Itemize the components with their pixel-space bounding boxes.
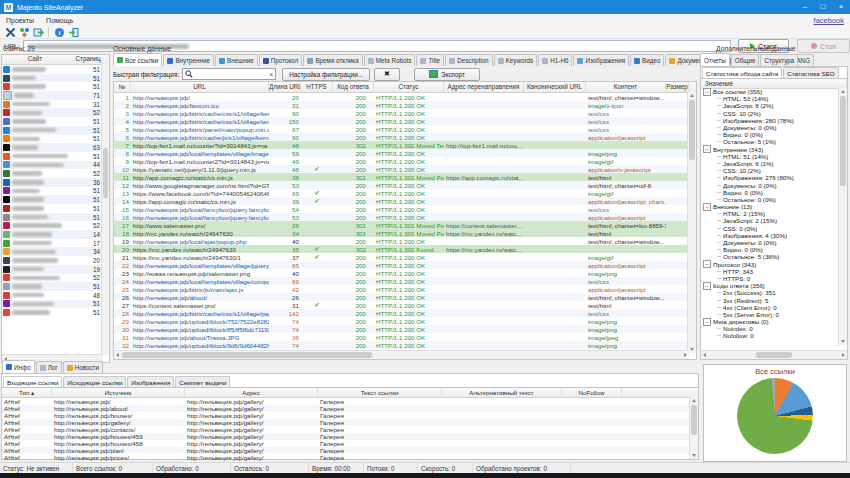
export-icon[interactable] bbox=[31, 26, 45, 38]
tab--[interactable]: Внешние bbox=[215, 54, 258, 66]
expand-collapse-icon[interactable]: – bbox=[703, 203, 711, 211]
right-tab-общие[interactable]: Общие bbox=[731, 54, 760, 66]
col-pages[interactable]: Страниц bbox=[68, 55, 108, 64]
tree-node[interactable]: Видео: 0 (0%) bbox=[701, 246, 839, 253]
tree-node[interactable]: 5xx (Server Error): 0 bbox=[701, 311, 839, 318]
tree-node[interactable]: Nofollow: 0 bbox=[701, 332, 839, 339]
tree-node[interactable]: Изображения: 280 (78%) bbox=[701, 117, 839, 124]
bottom-tab-новости[interactable]: Новости bbox=[63, 361, 103, 373]
links-horizontal-scrollbar[interactable] bbox=[114, 350, 689, 359]
site-row[interactable]: 51 bbox=[2, 82, 109, 91]
tree-node[interactable]: –Meta директивы (0) bbox=[701, 318, 839, 325]
filter-reset-button[interactable]: ✖ bbox=[374, 68, 400, 81]
tree-node[interactable]: CSS: 10 (2%) bbox=[701, 167, 839, 174]
expand-collapse-icon[interactable]: – bbox=[703, 318, 711, 326]
expand-collapse-icon[interactable]: – bbox=[703, 282, 711, 290]
bottom-tab-лог[interactable]: Лог bbox=[36, 361, 62, 373]
tree-node[interactable]: –Коды ответа (356) bbox=[701, 282, 839, 289]
tree-node[interactable]: Видео: 0 (0%) bbox=[701, 189, 839, 196]
tab--[interactable]: Видео bbox=[630, 54, 664, 66]
sites-vertical-scrollbar[interactable] bbox=[101, 64, 109, 355]
stats-subtab[interactable]: Статистика обхода сайта bbox=[702, 67, 782, 78]
table-row[interactable]: 9http://top-fwz1.mail.ru/counter2?id=301… bbox=[114, 157, 696, 165]
links-subtab[interactable]: Сниппет выдачи bbox=[175, 376, 230, 387]
table-row[interactable]: 22http://гельвеция.рф/local/templates/vi… bbox=[114, 261, 696, 269]
tab-keywords[interactable]: Keywords bbox=[494, 54, 538, 66]
incoming-link-row[interactable]: AHrefhttp://гельвеция.рф/http://гельвеци… bbox=[2, 398, 698, 405]
tab--[interactable]: Внутренние bbox=[163, 54, 214, 66]
links-subtab[interactable]: Исходящие ссылки bbox=[63, 376, 126, 387]
table-row[interactable]: 11http://app.comagic.ru/static/cs.min.js… bbox=[114, 173, 696, 181]
table-row[interactable]: 17http://www.salemaster.pro/26301HTTP/1.… bbox=[114, 221, 696, 229]
tree-node[interactable]: Изображения: 4 (30%) bbox=[701, 232, 839, 239]
tree-node[interactable]: HTML: 53 (14%) bbox=[701, 95, 839, 102]
right-tab-отчеты[interactable]: Отчеты bbox=[700, 53, 730, 66]
incoming-link-row[interactable]: AHrefhttp://гельвеция.рф/houses/http://г… bbox=[2, 412, 698, 419]
column-header[interactable]: Адрес bbox=[185, 388, 318, 397]
tree-node[interactable]: JavaScript: 8 (2%) bbox=[701, 102, 839, 109]
table-row[interactable]: 23http://новая.гельвеция.рф/salemaster.p… bbox=[114, 269, 696, 277]
site-row[interactable]: 52 bbox=[2, 274, 109, 283]
site-row[interactable]: 52 bbox=[2, 108, 109, 117]
tree-node[interactable]: Документы: 0 (0%) bbox=[701, 124, 839, 131]
incoming-vertical-scrollbar[interactable] bbox=[689, 397, 698, 459]
table-row[interactable]: 24http://гельвеция.рф/local/templates/vi… bbox=[114, 277, 696, 285]
column-header[interactable]: № bbox=[114, 82, 131, 92]
column-header[interactable]: URL bbox=[131, 82, 269, 92]
site-row[interactable]: 51 bbox=[2, 213, 109, 222]
site-row[interactable]: 51 bbox=[2, 308, 109, 317]
stats-vertical-scrollbar[interactable] bbox=[838, 88, 847, 345]
projects-icon[interactable] bbox=[17, 26, 31, 38]
table-row[interactable]: 6http://гельвеция.рф/bitrix/cache/js/s1/… bbox=[114, 133, 696, 141]
site-row[interactable]: 14 bbox=[2, 230, 109, 239]
tree-node[interactable]: HTML: 51 (14%) bbox=[701, 153, 839, 160]
stop-button[interactable]: Стоп bbox=[797, 39, 850, 53]
tree-node[interactable]: HTML: 2 (15%) bbox=[701, 210, 839, 217]
incoming-link-row[interactable]: AHrefhttp://гельвеция.рф/gallery/http://… bbox=[2, 419, 698, 426]
site-row[interactable]: 51 bbox=[2, 152, 109, 161]
column-header[interactable]: Код ответа bbox=[333, 82, 374, 92]
table-row[interactable]: 15http://гельвеция.рф/local/fancybox/jqu… bbox=[114, 205, 696, 213]
tree-node[interactable]: HTTPS: 0 bbox=[701, 275, 839, 282]
site-row[interactable]: 20 bbox=[2, 256, 109, 265]
table-row[interactable]: 18http://mc.yandex.ru/watch/249476303430… bbox=[114, 229, 696, 237]
site-row[interactable]: 51 bbox=[2, 117, 109, 126]
close-button[interactable]: × bbox=[832, 0, 850, 14]
site-row[interactable]: 17 bbox=[2, 239, 109, 248]
site-row[interactable]: 51 bbox=[2, 74, 109, 83]
table-row[interactable]: 31http://гельвеция.рф/about/Trassa.JPG36… bbox=[114, 333, 696, 341]
tree-node[interactable]: 4xx (Client Error): 0 bbox=[701, 304, 839, 311]
tree-node[interactable]: Документы: 0 (0%) bbox=[701, 239, 839, 246]
tree-node[interactable]: Видео: 0 (0%) bbox=[701, 131, 839, 138]
table-row[interactable]: 8http://гельвеция.рф/local/templates/vil… bbox=[114, 149, 696, 157]
clear-filter-icon[interactable]: × bbox=[269, 71, 273, 78]
table-row[interactable]: 20https://mc.yandex.ru/watch/2494763035✔… bbox=[114, 245, 696, 253]
bottom-tab-инфо[interactable]: Инфо bbox=[2, 360, 35, 373]
site-row[interactable]: 51 bbox=[2, 126, 109, 135]
table-row[interactable]: 7http://top-fwz1.mail.ru/counter?id=3014… bbox=[114, 141, 696, 149]
column-header[interactable]: Источник bbox=[52, 388, 185, 397]
table-row[interactable]: 16http://гельвеция.рф/local/fancybox/jqu… bbox=[114, 213, 696, 221]
menu-projects[interactable]: Проекты bbox=[0, 17, 40, 24]
table-row[interactable]: 25http://гельвеция.рф/bitrix/js/main/aja… bbox=[114, 285, 696, 293]
table-row[interactable]: 30http://гельвеция.рф/upload/iblock/ff5/… bbox=[114, 325, 696, 333]
table-row[interactable]: 26http://гельвеция.рф/about/26200HTTP/1.… bbox=[114, 293, 696, 301]
column-header[interactable]: Адрес перенаправления bbox=[444, 82, 524, 92]
tree-node[interactable]: JavaScript: 2 (15%) bbox=[701, 217, 839, 224]
maximize-button[interactable]: □ bbox=[814, 0, 832, 14]
tab-all-links[interactable]: Все ссылки bbox=[113, 53, 162, 66]
right-tab-структура[interactable]: Структура bbox=[760, 54, 798, 66]
tree-node[interactable]: 2xx (Success): 351 bbox=[701, 289, 839, 296]
links-vertical-scrollbar[interactable] bbox=[687, 92, 696, 353]
site-row[interactable]: 36 bbox=[2, 178, 109, 187]
export-button[interactable]: Экспорт bbox=[414, 68, 480, 81]
table-row[interactable]: 19http://гельвеция.рф/local/ajax/popup.p… bbox=[114, 237, 696, 245]
expand-collapse-icon[interactable]: – bbox=[703, 88, 711, 96]
incoming-link-row[interactable]: AHrefhttp://гельвеция.рф/about/http://ге… bbox=[2, 405, 698, 412]
site-row[interactable]: 51 bbox=[2, 300, 109, 309]
tree-node[interactable]: Документы: 0 (0%) bbox=[701, 181, 839, 188]
tab-h1-h6[interactable]: H1-H6 bbox=[538, 54, 572, 66]
site-row[interactable]: 51 bbox=[2, 65, 109, 74]
tree-node[interactable]: Noindex: 0 bbox=[701, 325, 839, 332]
table-row[interactable]: 32http://гельвеция.рф/upload/iblock/9d6/… bbox=[114, 341, 696, 349]
